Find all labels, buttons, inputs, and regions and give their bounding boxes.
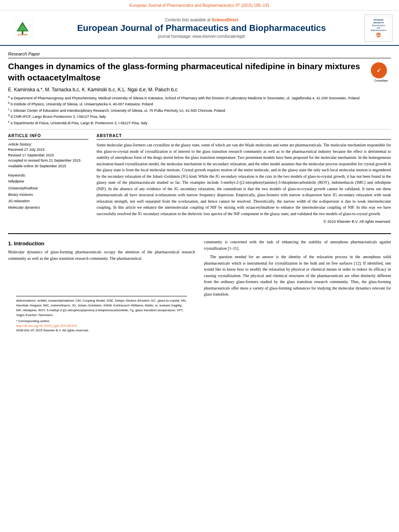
abstract-label: ABSTRACT (97, 134, 391, 140)
intro-paragraph-right-1: community is concerned with the task of … (204, 239, 391, 251)
corresponding-author-note: * Corresponding author. (16, 319, 187, 324)
affiliation-c: c c Silesian Center of Education and Int… (8, 107, 391, 114)
title-section: Changes in dynamics of the glass-forming… (8, 61, 391, 83)
footnote-area: Abbreviations: acMAl, octaacetylmaltose;… (16, 296, 187, 332)
crossmark-logo: ✓ CrossMark (371, 62, 391, 82)
svg-text:journal of: journal of (373, 21, 383, 24)
body-left-column: 1. Introduction Molecular dynamics of gl… (8, 239, 195, 332)
accepted-date: Accepted in revised form 21 September 20… (8, 158, 88, 164)
article-type: Research Paper (8, 51, 391, 58)
top-bar: European Journal of Pharmaceutics and Bi… (0, 0, 399, 10)
journal-homepage: journal homepage: www.elsevier.com/locat… (45, 34, 358, 39)
article-history-label: Article history: (8, 142, 88, 146)
journal-right-logo: european journal of pharmaceutics and bi… (364, 14, 393, 42)
keyword-2: Octaacetylmaltose (8, 185, 88, 191)
revised-date: Revised 17 September 2015 (8, 153, 88, 158)
introduction-right-text: community is concerned with the task of … (204, 239, 391, 298)
copyright-line: © 2015 Elsevier B.V. All rights reserved… (97, 219, 391, 224)
sciencedirect-line: Contents lists available at ScienceDirec… (45, 18, 358, 22)
abstract-column: ABSTRACT Some molecular glass-formers ca… (97, 134, 391, 224)
abbreviations-label: Abbreviations: (16, 299, 37, 302)
article-info-column: ARTICLE INFO Article history: Received 2… (8, 134, 88, 224)
issn-line: 0939-641 l/© 2015 Elsevier B.V. All righ… (16, 329, 187, 332)
journal-header-center: Contents lists available at ScienceDirec… (45, 18, 358, 39)
authors-line: E. Kaminska a,*, M. Tarnacka b,c, K. Kam… (8, 87, 391, 92)
journal-header: ELSEVIER Contents lists available at Sci… (0, 10, 399, 46)
svg-text:european: european (374, 18, 384, 21)
keyword-5: Molecular dynamics (8, 204, 88, 211)
affiliation-a: a a Department of Pharmacognosy and Phyt… (8, 95, 391, 101)
svg-text:biopharmaceutics: biopharmaceutics (370, 29, 387, 31)
journal-citation: European Journal of Pharmaceutics and Bi… (130, 3, 269, 8)
available-online-date: Available online 30 September 2015 (8, 164, 88, 169)
keywords-label: Keywords: (8, 173, 88, 177)
keyword-4: JG-relaxation (8, 198, 88, 204)
svg-text:APV: APV (376, 34, 381, 37)
introduction-left-text: Molecular dynamics of glass-forming phar… (8, 249, 195, 261)
main-content: Research Paper Changes in dynamics of th… (0, 46, 399, 228)
svg-text:ELSEVIER: ELSEVIER (18, 33, 28, 36)
affiliation-d: d d CNR-IPCF, Largo Bruno Pontecorvo 3, … (8, 113, 391, 120)
doi-link[interactable]: http://dx.doi.org/10.1016/j.ejpb.2015.09… (16, 324, 187, 328)
abstract-text: Some molecular glass-formers can crystal… (97, 142, 391, 217)
intro-paragraph-right-2: The question needed for an answer is the… (204, 254, 391, 298)
article-info-abstract-section: ARTICLE INFO Article history: Received 2… (8, 134, 391, 224)
article-info-label: ARTICLE INFO (8, 134, 88, 140)
affiliations: a a Department of Pharmacognosy and Phyt… (8, 95, 391, 130)
keywords-list: Nifedipine Octaacetylmaltose Binary mixt… (8, 178, 88, 211)
affiliation-e: e e Dipartimento di Fisica, Università d… (8, 120, 391, 126)
abbreviations-text: Abbreviations: acMAl, octaacetylmaltose;… (16, 298, 187, 318)
crossmark-icon: ✓ (371, 62, 387, 78)
received-date: Received 27 July 2015 (8, 147, 88, 153)
body-right-column: community is concerned with the task of … (204, 239, 391, 332)
keyword-1: Nifedipine (8, 178, 88, 185)
affiliation-b: b b Institute of Physics, University of … (8, 101, 391, 107)
introduction-heading: 1. Introduction (8, 240, 195, 246)
article-title: Changes in dynamics of the glass-forming… (8, 61, 366, 83)
intro-paragraph-left: Molecular dynamics of glass-forming phar… (8, 249, 195, 261)
body-content: 1. Introduction Molecular dynamics of gl… (0, 234, 399, 337)
keyword-3: Binary mixtures (8, 191, 88, 198)
journal-title: European Journal of Pharmaceutics and Bi… (45, 23, 358, 33)
elsevier-logo: ELSEVIER (6, 20, 39, 36)
